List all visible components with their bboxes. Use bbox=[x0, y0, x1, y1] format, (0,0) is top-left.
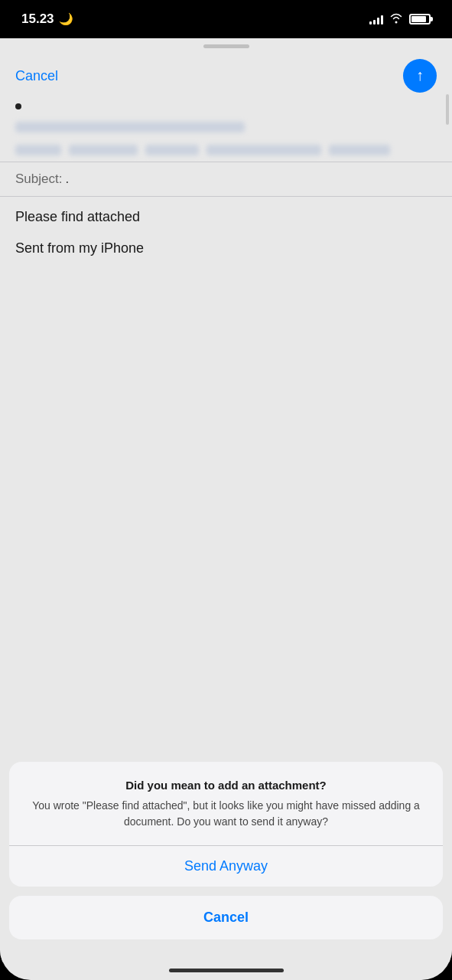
bullet-row bbox=[0, 100, 452, 116]
body-line-2: Sent from my iPhone bbox=[15, 240, 437, 256]
signal-icon bbox=[369, 14, 383, 24]
subject-row[interactable]: Subject: . bbox=[0, 162, 452, 196]
from-blurred-row bbox=[15, 145, 437, 155]
to-blurred bbox=[15, 122, 245, 132]
cancel-button[interactable]: Cancel bbox=[15, 68, 58, 84]
alert-card: Did you mean to add an attachment? You w… bbox=[9, 762, 443, 887]
send-button[interactable]: ↑ bbox=[403, 59, 437, 93]
alert-message: You wrote "Please find attached", but it… bbox=[24, 798, 428, 830]
wifi-icon bbox=[389, 13, 403, 26]
battery-icon bbox=[409, 14, 431, 24]
compose-area: Cancel ↑ Subject: . bbox=[0, 48, 452, 962]
home-indicator bbox=[169, 969, 284, 972]
bullet-dot bbox=[15, 103, 21, 109]
alert-content: Did you mean to add an attachment? You w… bbox=[9, 762, 443, 845]
from-field[interactable] bbox=[0, 139, 452, 162]
status-bar: 15.23 🌙 bbox=[0, 0, 452, 38]
moon-icon: 🌙 bbox=[59, 12, 73, 26]
cancel-card: Cancel bbox=[9, 896, 443, 939]
scroll-indicator bbox=[446, 94, 449, 125]
alert-title: Did you mean to add an attachment? bbox=[24, 779, 428, 792]
subject-value: . bbox=[65, 172, 69, 187]
send-arrow-icon: ↑ bbox=[416, 67, 424, 83]
to-field[interactable] bbox=[0, 116, 452, 139]
time-text: 15.23 bbox=[21, 11, 54, 27]
send-anyway-button[interactable]: Send Anyway bbox=[9, 846, 443, 887]
phone-frame: Cancel ↑ Subject: . bbox=[0, 38, 452, 980]
subject-label: Subject: bbox=[15, 172, 62, 187]
body-line-1: Please find attached bbox=[15, 209, 437, 225]
compose-header: Cancel ↑ bbox=[0, 48, 452, 100]
alert-overlay: Did you mean to add an attachment? You w… bbox=[0, 750, 452, 962]
alert-cancel-button[interactable]: Cancel bbox=[9, 896, 443, 939]
status-time: 15.23 🌙 bbox=[21, 11, 73, 27]
status-right bbox=[369, 13, 431, 26]
